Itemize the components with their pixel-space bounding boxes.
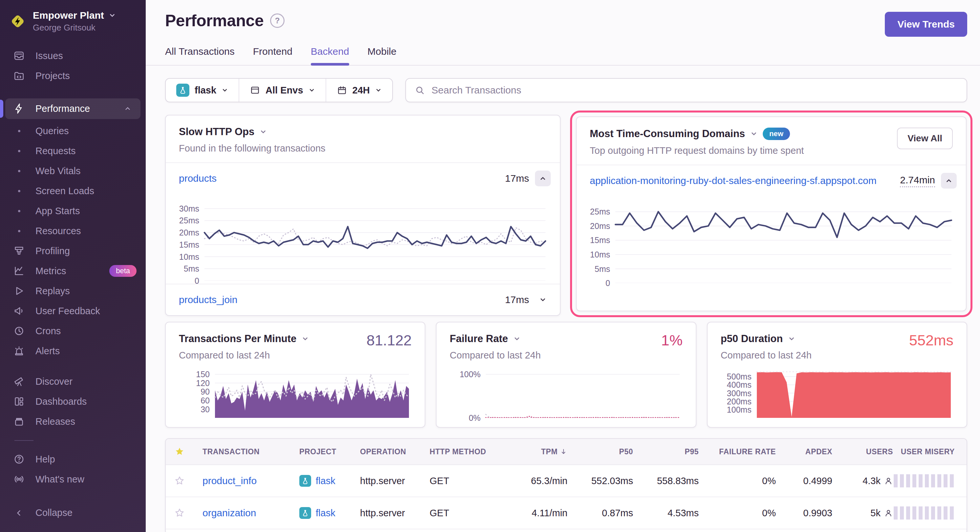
chevron-down-icon [375,87,382,94]
sidebar-item-projects[interactable]: Projects [0,66,146,86]
col-user-misery[interactable]: User Misery [893,447,955,456]
http-method-cell: GET [430,476,508,486]
col-p50[interactable]: P50 [568,447,633,456]
sidebar-item-metrics[interactable]: Metrics beta [0,261,146,281]
chevron-down-icon [221,87,228,94]
col-tpm[interactable]: TPM [508,447,568,456]
org-switcher[interactable]: Empower Plant George Gritsouk [0,0,146,41]
transaction-row-products: products 17ms [166,163,560,194]
sidebar-item-web-vitals[interactable]: Web Vitals [0,161,146,181]
failure-rate-cell: 0% [699,476,776,486]
telescope-icon [13,376,25,387]
sidebar-item-replays[interactable]: Replays [0,281,146,301]
page-header: Performance ? View Trends All Transactio… [146,0,980,66]
col-apdex[interactable]: Apdex [776,447,832,456]
transaction-link[interactable]: organization [202,507,299,519]
project-cell[interactable]: flask [299,507,360,519]
domains-chart: 25ms20ms15ms10ms5ms0 [577,206,959,283]
favorite-star-button[interactable] [174,476,202,486]
sidebar-item-help[interactable]: Help [0,449,146,469]
sidebar-item-resources[interactable]: Resources [0,221,146,241]
sidebar-item-queries[interactable]: Queries [0,121,146,141]
sidebar-item-profiling[interactable]: Profiling [0,241,146,261]
col-http-method[interactable]: HTTP Method [430,447,508,456]
chevron-up-icon [539,175,546,182]
project-cell[interactable]: flask [299,475,360,487]
tpm-cell: 4.11/min [508,508,568,519]
siren-icon [13,345,25,357]
expand-products-join-button[interactable] [535,292,551,308]
view-trends-button[interactable]: View Trends [885,12,967,37]
performance-tabs: All Transactions Frontend Backend Mobile [165,46,967,65]
chevron-down-icon [109,12,116,19]
apdex-cell: 0.9903 [776,508,832,519]
date-range-filter[interactable]: 24H [326,85,392,96]
sidebar-item-releases[interactable]: Releases [0,411,146,432]
view-all-button[interactable]: View All [897,128,953,149]
search-icon [415,85,425,95]
favorite-star-button[interactable] [174,508,202,518]
content-area: flask All Envs 24H [146,66,980,532]
sort-desc-icon [560,448,568,456]
bullet-icon [13,210,25,212]
domain-time-spent: 2.74min [900,175,935,187]
chevron-down-icon [750,130,757,137]
tpm-cell: 65.3/min [508,476,568,486]
tab-mobile[interactable]: Mobile [368,46,396,65]
products-duration: 17ms [505,173,529,184]
star-column-header [174,446,202,457]
sidebar-item-alerts[interactable]: Alerts [0,341,146,361]
tab-frontend[interactable]: Frontend [253,46,293,65]
products-link[interactable]: products [179,173,216,184]
tpm-title[interactable]: Transactions Per Minute [179,333,367,345]
chevron-down-icon [539,296,546,303]
col-project[interactable]: Project [299,447,360,456]
col-users[interactable]: Users [832,447,893,456]
domains-title[interactable]: Most Time-Consuming Domains new [590,128,897,140]
sidebar-item-crons[interactable]: Crons [0,321,146,341]
collapse-domain-button[interactable] [941,173,957,189]
calendar-icon [337,85,347,95]
sidebar-item-requests[interactable]: Requests [0,141,146,161]
chevron-left-icon [13,507,25,519]
p50-cell: 552.03ms [568,476,633,486]
transaction-link[interactable]: product_info [202,475,299,486]
sidebar-collapse-button[interactable]: Collapse [0,503,146,523]
user-icon [884,476,893,486]
operation-cell: http.server [360,476,430,486]
apdex-cell: 0.4999 [776,476,832,486]
bullet-icon [13,130,25,132]
p50-duration-title[interactable]: p50 Duration [721,333,909,345]
sidebar-nav: Issues Projects Performance Queries Requ… [0,41,146,532]
slow-http-ops-title[interactable]: Slow HTTP Ops [179,126,547,138]
tab-all-transactions[interactable]: All Transactions [165,46,235,65]
search-box [405,78,967,102]
collapse-products-button[interactable] [535,171,551,186]
sidebar-item-performance[interactable]: Performance [5,98,140,119]
sidebar-item-dashboards[interactable]: Dashboards [0,392,146,411]
tab-backend[interactable]: Backend [311,46,349,65]
sidebar-item-discover[interactable]: Discover [0,372,146,392]
help-tooltip-icon[interactable]: ? [270,13,285,28]
tpm-subtitle: Compared to last 24h [179,350,367,361]
chevron-down-icon [788,335,795,342]
sidebar-item-screen-loads[interactable]: Screen Loads [0,181,146,201]
sidebar-item-issues[interactable]: Issues [0,46,146,66]
sidebar-item-whats-new[interactable]: What's new [0,469,146,489]
col-p95[interactable]: P95 [633,447,699,456]
sidebar-item-user-feedback[interactable]: User Feedback [0,301,146,321]
page-title: Performance [165,11,264,30]
domain-link[interactable]: application-monitoring-ruby-dot-sales-en… [590,175,877,186]
failure-rate-cell: 0% [699,508,776,519]
failure-rate-title[interactable]: Failure Rate [450,333,661,345]
sidebar-item-app-starts[interactable]: App Starts [0,201,146,221]
col-transaction[interactable]: Transaction [202,447,299,456]
col-failure-rate[interactable]: Failure Rate [699,447,776,456]
transaction-row-products-join: products_join 17ms [166,284,560,315]
col-operation[interactable]: Operation [360,447,430,456]
environment-filter[interactable]: All Envs [239,85,325,96]
products-join-link[interactable]: products_join [179,294,237,305]
search-input[interactable] [431,84,958,96]
project-filter[interactable]: flask [166,84,239,97]
slow-http-ops-card: Slow HTTP Ops Found in the following tra… [165,115,560,316]
